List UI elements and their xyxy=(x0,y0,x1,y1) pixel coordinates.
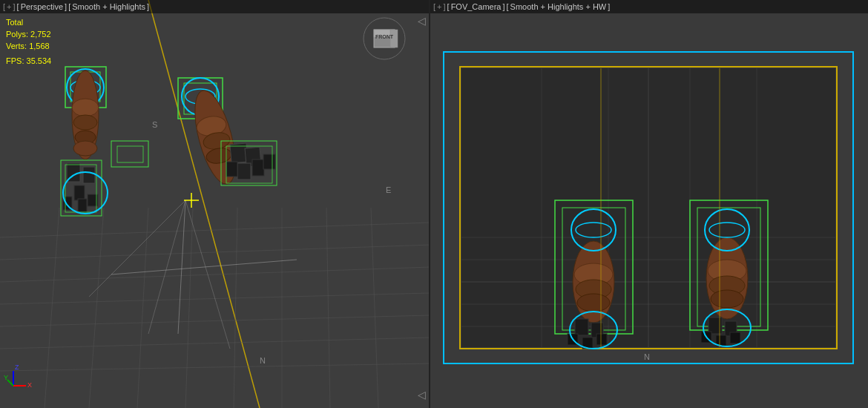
svg-text:Y: Y xyxy=(4,374,8,381)
right-camera-label: FOV_Camera xyxy=(451,2,502,11)
svg-rect-96 xyxy=(575,319,588,335)
perspective-scene: S E N Z X Y xyxy=(0,0,429,408)
svg-rect-50 xyxy=(237,163,251,180)
right-header-bracket4: ] xyxy=(608,2,610,11)
svg-point-27 xyxy=(72,99,99,116)
left-header-bracket2: ] xyxy=(65,2,67,11)
svg-text:N: N xyxy=(260,356,266,365)
svg-text:FRONT: FRONT xyxy=(375,34,394,39)
svg-rect-33 xyxy=(74,185,85,200)
stat-verts-value: 1,568 xyxy=(29,42,50,50)
stat-fps-row: FPS: 35.534 xyxy=(6,55,51,67)
right-header-bracket-open: [ xyxy=(433,2,435,11)
svg-text:N: N xyxy=(644,352,650,361)
right-header-bracket-close: ] xyxy=(444,2,446,11)
left-header-bracket-close: ] xyxy=(13,2,16,11)
right-header-bracket1: [ xyxy=(447,2,450,11)
left-header-perspective: [ xyxy=(17,2,19,11)
stat-polys-row: Polys: 2,752 xyxy=(6,28,51,40)
svg-rect-114 xyxy=(730,332,740,343)
right-viewport-header[interactable]: [ + ] [ FOV_Camera ] [ Smooth + Highligh… xyxy=(430,0,868,13)
svg-point-28 xyxy=(73,115,97,130)
left-perspective-label: Perspective xyxy=(21,2,63,11)
left-viewport-header[interactable]: [ + ] [ Perspective ] [ Smooth + Highlig… xyxy=(0,0,429,13)
svg-text:Z: Z xyxy=(15,363,19,371)
svg-rect-100 xyxy=(596,334,607,345)
stat-polys-label: Polys: xyxy=(6,30,28,39)
left-header-bracket4: ] xyxy=(147,2,149,11)
stat-verts-label: Verts: xyxy=(6,42,27,50)
camera-scene: N xyxy=(430,0,868,408)
svg-point-91 xyxy=(577,294,610,312)
svg-text:E: E xyxy=(386,185,391,194)
svg-rect-32 xyxy=(83,167,95,183)
right-header-plus: + xyxy=(437,2,441,11)
svg-rect-52 xyxy=(263,154,275,169)
stat-verts-row: Verts: 1,568 xyxy=(6,40,51,52)
viewport-left[interactable]: [ + ] [ Perspective ] [ Smooth + Highlig… xyxy=(0,0,430,408)
stats-overlay: Total Polys: 2,752 Verts: 1,568 FPS: 35.… xyxy=(6,16,51,67)
stat-polys-value: 2,752 xyxy=(30,30,51,39)
right-shading-label: Smooth + Highlights + HW xyxy=(510,2,607,11)
stat-fps-value: 35.534 xyxy=(27,56,52,65)
svg-text:X: X xyxy=(27,381,32,389)
nav-cube[interactable]: FRONT xyxy=(362,16,407,61)
right-header-bracket3: [ xyxy=(507,2,509,11)
right-header-bracket2: ] xyxy=(502,2,504,11)
viewport-right[interactable]: [ + ] [ FOV_Camera ] [ Smooth + Highligh… xyxy=(430,0,868,408)
svg-text:S: S xyxy=(152,120,157,129)
stat-fps-label: FPS: xyxy=(6,56,24,65)
svg-point-105 xyxy=(711,290,743,308)
svg-rect-35 xyxy=(78,199,87,212)
left-header-bracket-open: [ xyxy=(3,2,5,11)
left-header-plus: + xyxy=(7,2,11,11)
stat-total-label: Total xyxy=(6,16,51,28)
svg-point-30 xyxy=(73,141,97,156)
left-header-bracket3: [ xyxy=(68,2,70,11)
svg-rect-51 xyxy=(252,159,264,176)
svg-rect-53 xyxy=(226,162,237,177)
arrow-indicator-bottom: ◁ xyxy=(418,389,426,401)
arrow-indicator-top: ◁ xyxy=(418,15,426,27)
viewport-container: [ + ] [ Perspective ] [ Smooth + Highlig… xyxy=(0,0,868,408)
left-shading-label: Smooth + Highlights xyxy=(72,2,145,11)
